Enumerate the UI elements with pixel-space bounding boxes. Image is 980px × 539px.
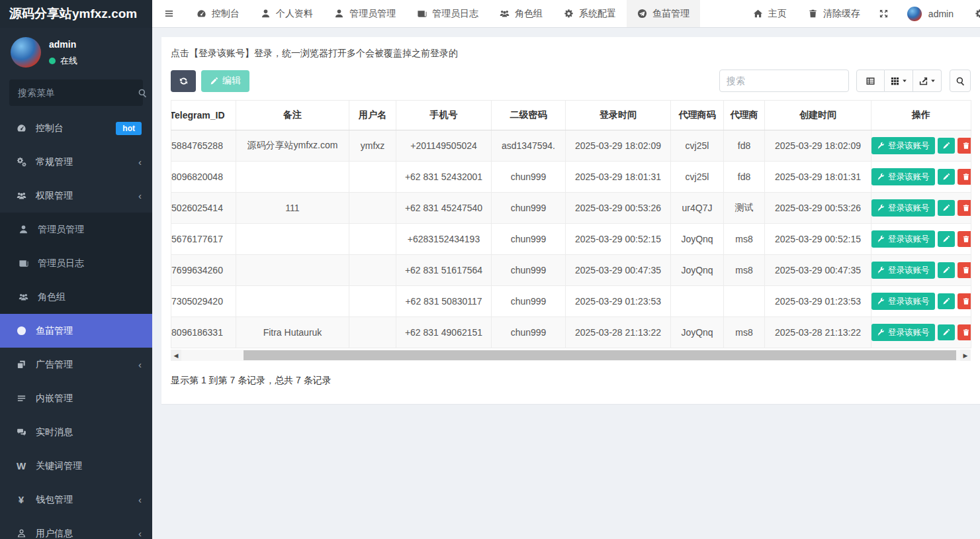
sidebar-item-label: 广告管理 — [36, 359, 73, 371]
scrollbar-thumb[interactable] — [244, 350, 956, 360]
user-menu[interactable]: admin — [897, 0, 964, 27]
sidebar-search[interactable] — [9, 79, 143, 106]
login-tip-text: 点击【登录该账号】登录，统一浏览器打开多个会被覆盖掉之前登录的 — [171, 48, 971, 60]
table-cell — [349, 255, 396, 286]
table-row[interactable]: 5026025414111+62 831 45247540chun9992025… — [171, 193, 971, 224]
avatar — [11, 37, 41, 68]
sidebar-item-label: 管理员管理 — [38, 224, 84, 236]
home-label: 主页 — [768, 8, 787, 20]
export-dropdown-button[interactable] — [913, 70, 942, 92]
table-cell: 2025-03-28 21:13:22 — [765, 317, 871, 348]
table-cell: 111 — [236, 193, 349, 224]
users-icon — [500, 9, 510, 19]
row-delete-button[interactable] — [958, 138, 971, 154]
row-edit-button[interactable] — [938, 293, 955, 309]
gear-icon — [975, 9, 980, 19]
clear-cache-button[interactable]: 清除缓存 — [797, 0, 871, 27]
sidebar-item-2[interactable]: 权限管理‹ — [0, 179, 152, 213]
sidebar-item-8[interactable]: 内嵌管理 — [0, 381, 152, 415]
actions-cell: 登录该账号 — [871, 193, 971, 224]
sidebar-item-label: 钱包管理 — [36, 494, 73, 506]
row-delete-button[interactable] — [958, 200, 971, 216]
table-cell: 源码分享站ymfxz.com — [236, 130, 349, 162]
table-cell: asd1347594. — [492, 130, 566, 162]
sidebar-item-4[interactable]: 管理员日志 — [0, 246, 152, 280]
sidebar-item-1[interactable]: 常规管理‹ — [0, 145, 152, 179]
row-delete-button[interactable] — [958, 262, 971, 278]
settings-button[interactable] — [964, 0, 980, 27]
table-row[interactable]: 8096820048+62 831 52432001chun9992025-03… — [171, 162, 971, 193]
table-cell: 2025-03-29 01:23:53 — [765, 286, 871, 317]
row-edit-button[interactable] — [938, 169, 955, 185]
horizontal-scrollbar[interactable]: ◀ ▶ — [171, 350, 971, 361]
row-delete-button[interactable] — [958, 231, 971, 247]
topbar-tab-4[interactable]: 角色组 — [489, 0, 553, 27]
sidebar-item-6[interactable]: 鱼苗管理 — [0, 314, 152, 348]
topbar-tab-5[interactable]: 系统配置 — [553, 0, 627, 27]
search-submit-button[interactable] — [950, 70, 971, 92]
edit-button[interactable]: 编辑 — [201, 70, 249, 92]
table-row[interactable]: 8096186331Fitra Hutauruk+62 831 49062151… — [171, 317, 971, 348]
records-table: Telegram_ID备注用户名手机号二级密码登录时间代理商码代理商创建时间操作… — [171, 100, 971, 348]
hamburger-button[interactable] — [152, 0, 186, 27]
sidebar-item-3[interactable]: 管理员管理 — [0, 213, 152, 246]
view-button-group — [856, 70, 942, 92]
scroll-right-arrow[interactable]: ▶ — [960, 350, 971, 361]
row-edit-button[interactable] — [938, 262, 955, 278]
user-icon — [19, 224, 28, 234]
detail-view-button[interactable] — [856, 70, 885, 92]
column-header: 代理商 — [724, 101, 765, 130]
login-account-button[interactable]: 登录该账号 — [871, 324, 935, 341]
sidebar-item-11[interactable]: ¥钱包管理‹ — [0, 483, 152, 516]
columns-dropdown-button[interactable] — [885, 70, 913, 92]
home-button[interactable]: 主页 — [742, 0, 797, 27]
table-row[interactable]: 7699634260+62 831 51617564chun9992025-03… — [171, 255, 971, 286]
table-row[interactable]: 5676177617+6283152434193chun9992025-03-2… — [171, 224, 971, 255]
fullscreen-button[interactable] — [871, 0, 897, 27]
login-account-button[interactable]: 登录该账号 — [871, 137, 935, 154]
user-o-icon — [17, 528, 26, 538]
table-cell — [236, 286, 349, 317]
columns-grid-icon — [890, 76, 900, 86]
actions-cell: 登录该账号 — [871, 317, 971, 348]
row-delete-button[interactable] — [958, 293, 971, 309]
login-account-button[interactable]: 登录该账号 — [871, 199, 935, 217]
row-edit-button[interactable] — [938, 138, 955, 154]
table-row[interactable]: 5884765288源码分享站ymfxz.comymfxz+2011495050… — [171, 130, 971, 162]
login-account-button[interactable]: 登录该账号 — [871, 293, 935, 310]
row-edit-button[interactable] — [938, 324, 955, 340]
row-delete-button[interactable] — [958, 324, 971, 340]
row-delete-button[interactable] — [958, 169, 971, 185]
login-account-button[interactable]: 登录该账号 — [871, 262, 935, 279]
sidebar-item-10[interactable]: W关键词管理 — [0, 449, 152, 483]
topbar-tab-2[interactable]: 管理员管理 — [324, 0, 406, 27]
table-search-input[interactable] — [719, 70, 849, 92]
sidebar-item-12[interactable]: 用户信息‹ — [0, 516, 152, 539]
actions-cell: 登录该账号 — [871, 286, 971, 317]
login-account-button[interactable]: 登录该账号 — [871, 168, 935, 185]
row-edit-button[interactable] — [938, 231, 955, 247]
refresh-button[interactable] — [171, 70, 196, 92]
table-row[interactable]: 7305029420+62 831 50830117chun9992025-03… — [171, 286, 971, 317]
row-edit-button[interactable] — [938, 200, 955, 216]
topbar-tab-6[interactable]: 鱼苗管理 — [627, 0, 700, 27]
table-cell: 2025-03-29 00:47:35 — [765, 255, 871, 286]
content-card: 点击【登录该账号】登录，统一浏览器打开多个会被覆盖掉之前登录的 编辑 Teleg… — [161, 37, 980, 404]
sidebar-item-9[interactable]: 实时消息 — [0, 415, 152, 449]
table-cell: JoyQnq — [671, 255, 724, 286]
topbar-tab-0[interactable]: 控制台 — [186, 0, 250, 27]
column-header: 代理商码 — [671, 101, 724, 130]
user-icon — [261, 9, 271, 19]
topbar-tab-1[interactable]: 个人资料 — [250, 0, 324, 27]
table-cell: 2025-03-29 01:23:53 — [566, 286, 671, 317]
sidebar-item-0[interactable]: 控制台hot — [0, 111, 152, 145]
sidebar-item-5[interactable]: 角色组 — [0, 280, 152, 314]
table-cell: 5026025414 — [171, 193, 236, 224]
topbar-tab-3[interactable]: 管理员日志 — [406, 0, 489, 27]
sidebar-item-label: 角色组 — [38, 291, 66, 303]
sidebar-search-input[interactable] — [18, 87, 138, 98]
login-account-button[interactable]: 登录该账号 — [871, 230, 935, 248]
chevron-left-icon: ‹ — [138, 157, 142, 167]
scroll-left-arrow[interactable]: ◀ — [171, 350, 181, 361]
sidebar-item-7[interactable]: 广告管理‹ — [0, 348, 152, 381]
